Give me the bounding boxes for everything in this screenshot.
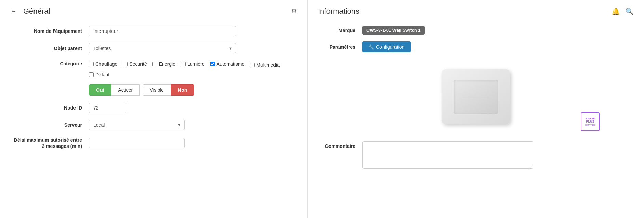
- checkbox-securite-input[interactable]: [123, 62, 128, 66]
- categorie-label: Catégorie: [10, 60, 89, 66]
- wrench-icon: 🔧: [368, 44, 374, 50]
- checkbox-multimedia-input[interactable]: [250, 63, 255, 67]
- btn-configuration-label: Configuration: [376, 44, 404, 50]
- zwave-plus-label: PLUS: [586, 120, 594, 123]
- nom-equipement-input[interactable]: [89, 26, 236, 36]
- serveur-select-wrapper: Local: [89, 120, 185, 130]
- btn-visible[interactable]: Visible: [143, 84, 171, 96]
- switch-inner: [454, 80, 498, 114]
- device-image-container: Z‑WAVE PLUS COMPATIBLE: [318, 59, 634, 134]
- checkbox-defaut-label: Defaut: [95, 72, 109, 77]
- page-title-left: Général: [23, 7, 50, 16]
- checkbox-automatisme[interactable]: Automatisme: [210, 60, 245, 68]
- checkbox-chauffage-input[interactable]: [89, 62, 94, 66]
- serveur-label: Serveur: [10, 122, 89, 128]
- node-id-label: Node ID: [10, 105, 89, 111]
- delai-row: Délai maximum autorisé entre 2 messages …: [10, 137, 297, 149]
- device-switch-image: [442, 69, 510, 124]
- checkbox-energie[interactable]: Energie: [152, 60, 175, 68]
- checkbox-chauffage[interactable]: Chauffage: [89, 60, 117, 68]
- zwave-top-label: Z‑WAVE: [586, 117, 595, 120]
- commentaire-textarea[interactable]: [362, 141, 533, 169]
- btn-configuration[interactable]: 🔧 Configuration: [362, 41, 411, 52]
- toggle-buttons: Oui Activer Visible Non: [89, 84, 194, 96]
- zwave-badge: Z‑WAVE PLUS COMPATIBLE: [581, 112, 600, 131]
- marque-label: Marque: [318, 28, 362, 33]
- checkbox-lumiere[interactable]: Lumière: [181, 60, 205, 68]
- checkbox-energie-input[interactable]: [152, 62, 157, 66]
- categorie-row: Catégorie Chauffage Sécurité Energie Lum…: [10, 60, 297, 77]
- serveur-row: Serveur Local: [10, 120, 297, 130]
- header-icons: 🔔 🔍: [612, 7, 634, 15]
- btn-oui[interactable]: Oui: [89, 84, 111, 96]
- page-title-right: Informations: [318, 7, 359, 16]
- node-id-input[interactable]: [89, 103, 126, 113]
- brand-badge: CWS-3-1-01 Wall Switch 1: [362, 26, 425, 35]
- toggle-row: Oui Activer Visible Non: [10, 84, 297, 96]
- bell-icon[interactable]: 🔔: [612, 7, 620, 15]
- checkbox-chauffage-label: Chauffage: [95, 61, 117, 67]
- back-arrow-icon[interactable]: ←: [10, 8, 16, 15]
- checkbox-securite-label: Sécurité: [129, 61, 147, 67]
- objet-parent-select-wrapper: Toilettes: [89, 43, 236, 53]
- delai-input[interactable]: [89, 138, 185, 148]
- parametres-label: Paramètres: [318, 44, 362, 50]
- checkbox-multimedia-label: Multimedia: [256, 62, 280, 68]
- objet-parent-label: Objet parent: [10, 46, 89, 51]
- search-icon[interactable]: 🔍: [625, 7, 634, 15]
- objet-parent-select[interactable]: Toilettes: [89, 43, 236, 53]
- checkbox-automatisme-label: Automatisme: [217, 61, 245, 67]
- parametres-row: Paramètres 🔧 Configuration: [318, 41, 634, 52]
- checkbox-multimedia[interactable]: Multimedia: [250, 62, 280, 68]
- header-right: Informations 🔔 🔍: [318, 7, 634, 16]
- nom-equipement-row: Nom de l'équipement: [10, 26, 297, 36]
- serveur-select[interactable]: Local: [89, 120, 185, 130]
- checkbox-defaut[interactable]: Defaut: [89, 72, 109, 77]
- gear-icon[interactable]: ⚙: [291, 7, 297, 15]
- checkbox-securite[interactable]: Sécurité: [123, 60, 147, 68]
- delai-label: Délai maximum autorisé entre 2 messages …: [10, 137, 89, 149]
- commentaire-label: Commentaire: [318, 141, 362, 149]
- commentaire-row: Commentaire: [318, 141, 634, 169]
- checkbox-defaut-input[interactable]: [89, 72, 94, 77]
- objet-parent-row: Objet parent Toilettes: [10, 43, 297, 53]
- checkbox-automatisme-input[interactable]: [210, 62, 215, 66]
- checkbox-energie-label: Energie: [159, 61, 175, 67]
- switch-line: [462, 97, 489, 97]
- btn-non[interactable]: Non: [171, 84, 194, 96]
- nom-equipement-label: Nom de l'équipement: [10, 28, 89, 34]
- node-id-row: Node ID: [10, 103, 297, 113]
- checkbox-lumiere-label: Lumière: [187, 61, 205, 67]
- zwave-bottom-label: COMPATIBLE: [585, 124, 596, 126]
- marque-row: Marque CWS-3-1-01 Wall Switch 1: [318, 26, 634, 35]
- checkbox-lumiere-input[interactable]: [181, 62, 186, 66]
- btn-activer[interactable]: Activer: [111, 84, 140, 96]
- categorie-checkboxes: Chauffage Sécurité Energie Lumière Autom…: [89, 60, 294, 77]
